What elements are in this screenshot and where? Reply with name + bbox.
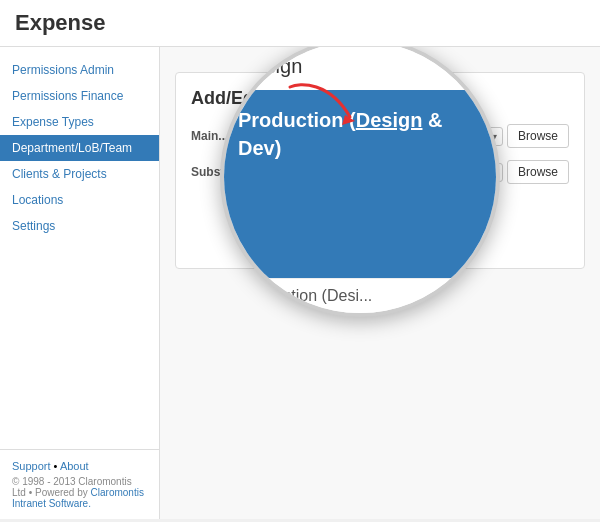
sidebar-item-locations[interactable]: Locations bbox=[0, 187, 159, 213]
sidebar-item-department[interactable]: Department/LoB/Team bbox=[0, 135, 159, 161]
browse-button-main[interactable]: Browse bbox=[507, 124, 569, 148]
app-header: Expense bbox=[0, 0, 600, 47]
support-link[interactable]: Support bbox=[12, 460, 51, 472]
sidebar-item-permissions-finance[interactable]: Permissions Finance bbox=[0, 83, 159, 109]
sidebar-footer: Support • About © 1998 - 2013 Claromonti… bbox=[0, 449, 159, 519]
sidebar-item-expense-types[interactable]: Expense Types bbox=[0, 109, 159, 135]
sidebar-item-settings[interactable]: Settings bbox=[0, 213, 159, 239]
content-area: Production (Design & Dev) ...roduction (… bbox=[160, 47, 600, 519]
magnify-dropdown-text: Production (Design & Dev) bbox=[238, 106, 482, 162]
about-link[interactable]: About bbox=[60, 460, 89, 472]
magnify-search-input[interactable] bbox=[224, 47, 496, 92]
app-title: Expense bbox=[15, 10, 106, 35]
magnify-partial-text: ...roduction (Desi... bbox=[224, 278, 496, 313]
sidebar: Permissions Admin Permissions Finance Ex… bbox=[0, 47, 160, 519]
magnify-overlay: Production (Design & Dev) ...roduction (… bbox=[220, 47, 500, 317]
main-layout: Permissions Admin Permissions Finance Ex… bbox=[0, 47, 600, 519]
sidebar-item-clients[interactable]: Clients & Projects bbox=[0, 161, 159, 187]
browse-button-substitute[interactable]: Browse bbox=[507, 160, 569, 184]
magnify-dropdown[interactable]: Production (Design & Dev) bbox=[224, 92, 496, 278]
magnify-underline: Design bbox=[356, 109, 423, 131]
sidebar-item-permissions-admin[interactable]: Permissions Admin bbox=[0, 57, 159, 83]
